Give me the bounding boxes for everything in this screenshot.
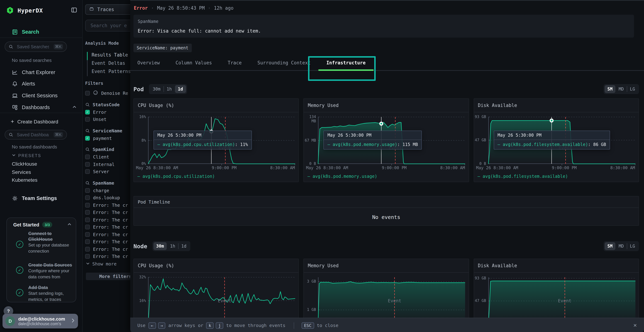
avatar: D xyxy=(5,316,15,326)
sidebar-item-chart-explorer[interactable]: Chart Explorer xyxy=(0,68,82,77)
chart-plot[interactable]: Event — xyxy=(488,277,635,324)
tab-trace[interactable]: Trace xyxy=(228,60,242,65)
create-dashboard-button[interactable]: + Create Dashboard xyxy=(0,117,82,126)
chart-card-pod-disk: Disk Available 93 GB47 GB0 B Event May 2… xyxy=(474,98,639,182)
sidebar-item-label: Team Settings xyxy=(22,195,57,201)
range-30m[interactable]: 30m xyxy=(150,85,163,93)
checkbox[interactable] xyxy=(85,232,90,237)
checkbox[interactable] xyxy=(85,155,90,160)
preset-clickhouse[interactable]: ClickHouse xyxy=(12,161,37,167)
presets-toggle[interactable]: PRESETS xyxy=(12,153,41,158)
service-name-chip[interactable]: ServiceName: payment xyxy=(134,44,192,52)
pod-section-header: Pod 30m 1h 1d SM MD LG xyxy=(134,83,639,96)
gs-item-title: Create Data Sources xyxy=(28,262,76,268)
saved-searches-input[interactable]: ⌘K xyxy=(5,42,67,52)
tab-surrounding-context[interactable]: Surrounding Context xyxy=(258,60,310,65)
preset-kubernetes[interactable]: Kubernetes xyxy=(12,177,38,183)
get-started-item[interactable]: Create Data Sources Configure where your… xyxy=(28,262,76,280)
sidebar-item-label: Alerts xyxy=(22,81,35,86)
saved-dashboards-field[interactable] xyxy=(16,132,50,138)
saved-searches-field[interactable] xyxy=(16,44,50,50)
shortcut-badge: ⌘K xyxy=(54,132,63,138)
preset-services[interactable]: Services xyxy=(12,169,31,175)
check-circle-icon: ✓ xyxy=(16,289,23,296)
sidebar: HyperDX Search ⌘K No saved searches Char… xyxy=(0,0,83,332)
checkbox[interactable]: ✓ xyxy=(85,136,90,140)
checkbox[interactable] xyxy=(85,254,90,259)
checkbox[interactable] xyxy=(85,210,90,215)
checkbox[interactable] xyxy=(85,170,90,174)
get-started-item[interactable]: Connect to ClickHouse Set up your databa… xyxy=(28,231,76,254)
y-tick-label: 8% xyxy=(134,138,146,142)
sidebar-item-alerts[interactable]: Alerts xyxy=(0,79,82,88)
checkbox[interactable] xyxy=(85,225,90,230)
sidebar-item-dashboards[interactable]: Dashboards xyxy=(0,103,82,112)
divider xyxy=(0,38,82,38)
tab-infrastructure[interactable]: Infrastructure xyxy=(326,60,366,65)
size-lg[interactable]: LG xyxy=(627,85,638,93)
checkbox[interactable] xyxy=(85,117,90,122)
size-md[interactable]: MD xyxy=(616,242,627,250)
sidebar-item-search[interactable]: Search xyxy=(0,27,82,36)
chart-plot[interactable]: Event — xyxy=(148,277,295,324)
close-icon[interactable]: × xyxy=(633,322,637,329)
size-md[interactable]: MD xyxy=(616,85,627,93)
sidebar-collapse-icon[interactable] xyxy=(71,7,77,15)
sidebar-item-client-sessions[interactable]: Client Sessions xyxy=(0,91,82,100)
chart-plot[interactable]: Event May 26 5:30:00 PM — avg(k8s.pod.me… xyxy=(318,117,465,164)
saved-dashboards-input[interactable]: ⌘K xyxy=(5,130,67,140)
dashboards-icon xyxy=(12,104,18,110)
y-tick-label: 16% xyxy=(134,115,146,119)
range-1d[interactable]: 1d xyxy=(175,85,186,93)
chart-plot[interactable]: Event May 26 5:30:00 PM — avg(k8s.pod.cp… xyxy=(148,117,295,164)
get-started-item[interactable]: Add Data Start sending logs, metrics, or… xyxy=(28,285,76,302)
y-tick-label: 93 GB xyxy=(474,276,486,280)
get-started-card: Get Started 3/3 ✓ Connect to ClickHouse … xyxy=(6,218,76,302)
range-30m[interactable]: 30m xyxy=(153,242,167,250)
checkbox[interactable] xyxy=(85,162,90,167)
chart-plot[interactable]: Event May 26 5:30:00 PM — avg(k8s.pod.fi… xyxy=(488,117,635,164)
gs-item-desc: Configure where your data comes from xyxy=(28,268,76,280)
tab-column-values[interactable]: Column Values xyxy=(176,60,212,65)
chevron-up-icon[interactable] xyxy=(67,222,72,228)
chart-plot[interactable]: Event — xyxy=(318,277,465,324)
mode-results-table[interactable]: Results Table xyxy=(92,52,128,58)
sidebar-item-label: Search xyxy=(22,29,39,35)
check-circle-icon: ✓ xyxy=(16,266,23,274)
denoise-toggle[interactable]: Denoise Re xyxy=(85,90,128,96)
filter-option-label: charge xyxy=(93,188,109,193)
checkbox[interactable] xyxy=(85,203,90,208)
range-1h[interactable]: 1h xyxy=(167,242,178,250)
filter-option-label: Error: The cr xyxy=(93,210,128,215)
hint-use: Use xyxy=(138,323,146,328)
chart-explorer-icon xyxy=(12,69,18,75)
range-1h[interactable]: 1h xyxy=(164,85,174,93)
divider xyxy=(0,113,82,113)
size-sm[interactable]: SM xyxy=(604,85,616,93)
show-more-button[interactable]: Show more xyxy=(86,261,116,266)
tab-overview[interactable]: Overview xyxy=(138,60,160,65)
checkbox[interactable] xyxy=(85,218,90,222)
checkbox[interactable] xyxy=(85,247,90,252)
tooltip-time: May 26 5:30:00 PM xyxy=(154,131,252,140)
presets-label: PRESETS xyxy=(18,153,41,158)
mode-event-deltas[interactable]: Event Deltas xyxy=(92,60,125,66)
mode-event-patterns[interactable]: Event Patterns xyxy=(92,69,131,74)
size-sm[interactable]: SM xyxy=(604,242,616,250)
hyperdx-app: HyperDX Search ⌘K No saved searches Char… xyxy=(0,0,644,332)
checkbox[interactable] xyxy=(85,196,90,200)
size-lg[interactable]: LG xyxy=(627,242,638,250)
gs-item-title: Add Data xyxy=(28,285,76,290)
checkbox[interactable]: ✓ xyxy=(85,110,90,114)
relative-time: 12h ago xyxy=(214,5,234,11)
checkbox[interactable] xyxy=(85,240,90,244)
sidebar-item-team-settings[interactable]: Team Settings xyxy=(0,194,82,203)
checkbox[interactable] xyxy=(85,188,90,193)
user-menu[interactable]: D dale@clickhouse.com dale@clickhouse.co… xyxy=(2,314,78,328)
plus-icon: + xyxy=(11,118,14,125)
tooltip-value: : 86 GB xyxy=(588,142,606,147)
denoise-checkbox[interactable] xyxy=(85,91,90,96)
filter-option-label: Error: The cr xyxy=(93,224,128,230)
sidebar-item-label: Client Sessions xyxy=(22,93,58,98)
range-1d[interactable]: 1d xyxy=(178,242,189,250)
